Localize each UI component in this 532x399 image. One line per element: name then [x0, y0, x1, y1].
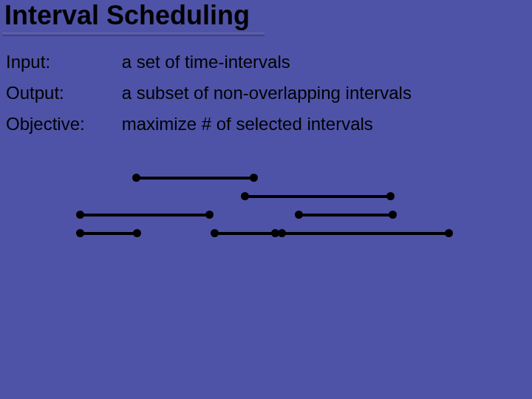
- value-objective: maximize # of selected intervals: [122, 114, 373, 134]
- label-input: Input:: [6, 52, 117, 72]
- interval-segment: [245, 195, 391, 198]
- title-underline: [2, 33, 265, 36]
- interval-segment: [282, 232, 449, 235]
- interval-segment: [214, 232, 276, 235]
- interval-diagram: [0, 166, 532, 388]
- label-output: Output:: [6, 83, 117, 103]
- label-objective: Objective:: [6, 114, 117, 134]
- interval-segment: [80, 232, 137, 235]
- value-output: a subset of non-overlapping intervals: [122, 83, 412, 103]
- interval-segment: [299, 214, 393, 216]
- interval-segment: [80, 214, 210, 216]
- value-input: a set of time-intervals: [122, 52, 290, 72]
- slide-title: Interval Scheduling: [4, 1, 250, 30]
- interval-segment: [136, 177, 254, 180]
